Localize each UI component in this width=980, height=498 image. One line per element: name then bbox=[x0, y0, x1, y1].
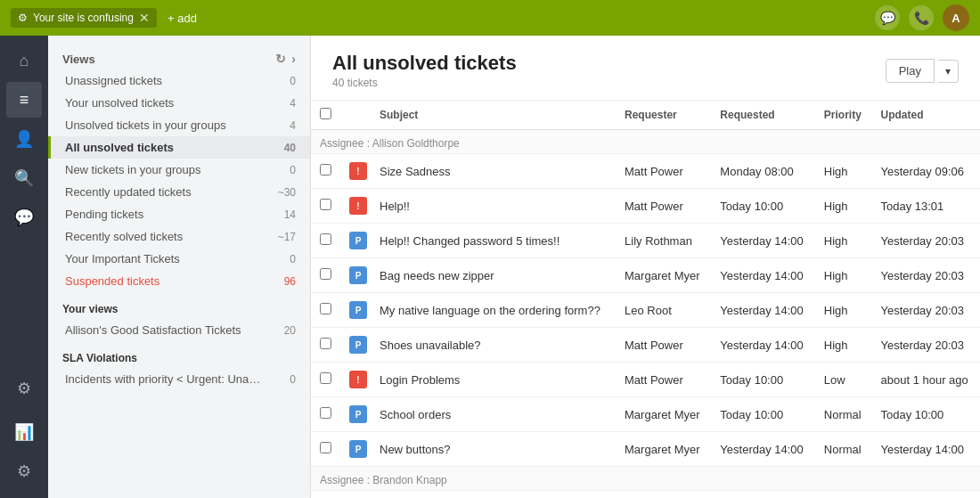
row-subject: Help!! Changed password 5 times!! bbox=[371, 224, 616, 258]
close-tag-button[interactable]: ✕ bbox=[139, 11, 150, 25]
nav-chat[interactable]: 💬 bbox=[6, 200, 42, 235]
table-row[interactable]: ! Help!! Matt Power Today 10:00 High Tod… bbox=[311, 189, 980, 224]
select-all-checkbox[interactable] bbox=[320, 108, 331, 119]
chat-icon[interactable]: 💬 bbox=[875, 5, 900, 30]
sidebar-item-1[interactable]: Your unsolved tickets 4 bbox=[48, 92, 310, 114]
table-row[interactable]: ! Login Problems Matt Power Today 10:00 … bbox=[311, 363, 980, 397]
tickets-tbody: Assignee : Allison Goldthorpe ! Size Sad… bbox=[311, 130, 980, 498]
row-requester: Matt Power bbox=[616, 328, 711, 363]
row-checkbox[interactable] bbox=[320, 233, 331, 245]
ticket-subject-link[interactable]: Login Problems bbox=[380, 373, 460, 387]
row-requester: Matt Power bbox=[616, 189, 711, 224]
table-row[interactable]: P School orders Margaret Myer Today 10:0… bbox=[311, 397, 980, 432]
priority-col-header: Priority bbox=[815, 101, 872, 130]
your-views-item-0[interactable]: Allison's Good Satisfaction Tickets 20 bbox=[48, 319, 310, 341]
sla-item-badge: 0 bbox=[278, 373, 296, 386]
table-row[interactable]: P Shoes unavailable? Matt Power Yesterda… bbox=[311, 328, 980, 363]
ticket-subject-link[interactable]: Bag needs new zipper bbox=[380, 269, 494, 282]
nav-analytics[interactable]: 📊 bbox=[6, 414, 42, 450]
nav-settings[interactable]: ⚙ bbox=[6, 375, 42, 411]
sidebar-item-badge: 0 bbox=[278, 253, 296, 265]
ticket-subject-link[interactable]: Help!! bbox=[380, 200, 410, 213]
sidebar-item-label: Recently updated tickets bbox=[65, 185, 278, 199]
play-dropdown-button[interactable]: ▾ bbox=[938, 60, 959, 83]
ticket-subject-link[interactable]: Help!! Changed password 5 times!! bbox=[380, 234, 559, 248]
row-priority: Urgent bbox=[815, 491, 872, 498]
avatar[interactable]: A bbox=[943, 4, 969, 31]
row-requester: Matt Power bbox=[616, 154, 711, 189]
row-icon-cell: ! bbox=[340, 189, 371, 224]
active-tag[interactable]: ⚙ Your site is confusing ✕ bbox=[11, 8, 157, 28]
header-actions: Play ▾ bbox=[886, 59, 959, 83]
row-requester: Margaret Myer bbox=[616, 258, 711, 293]
row-checkbox[interactable] bbox=[320, 407, 331, 419]
row-requested: Today 10:00 bbox=[711, 397, 815, 432]
gear-icon: ⚙ bbox=[18, 12, 28, 24]
row-updated: Yesterday 14:00 bbox=[872, 432, 981, 467]
nav-gear2[interactable]: ⚙ bbox=[6, 453, 42, 489]
row-checkbox-cell bbox=[311, 328, 340, 363]
row-priority: High bbox=[815, 189, 872, 224]
sidebar-item-label: Your unsolved tickets bbox=[65, 96, 278, 110]
sidebar-item-8[interactable]: Your Important Tickets 0 bbox=[48, 248, 310, 270]
row-priority: Normal bbox=[815, 432, 872, 467]
ticket-subject-link[interactable]: My native language on the ordering form?… bbox=[380, 304, 600, 317]
title-area: All unsolved tickets 40 tickets bbox=[332, 52, 517, 89]
table-row[interactable]: ! Size Sadness Matt Power Monday 08:00 H… bbox=[311, 154, 980, 189]
sidebar-item-5[interactable]: Recently updated tickets ~30 bbox=[48, 181, 310, 203]
ticket-type-icon: P bbox=[349, 336, 367, 354]
nav-search[interactable]: 🔍 bbox=[6, 160, 42, 196]
row-checkbox[interactable] bbox=[320, 303, 331, 314]
ticket-subject-link[interactable]: School orders bbox=[380, 408, 451, 421]
row-checkbox[interactable] bbox=[320, 268, 331, 280]
sidebar-item-7[interactable]: Recently solved tickets ~17 bbox=[48, 225, 310, 248]
row-checkbox[interactable] bbox=[320, 199, 331, 210]
nav-users[interactable]: 👤 bbox=[6, 121, 42, 157]
table-row[interactable]: P Bag needs new zipper Margaret Myer Yes… bbox=[311, 258, 980, 293]
add-button[interactable]: + add bbox=[167, 12, 197, 25]
top-bar-right: 💬 📞 A bbox=[875, 4, 969, 31]
sidebar-item-6[interactable]: Pending tickets 14 bbox=[48, 203, 310, 225]
table-row[interactable]: ! Telephone help? Margaret Myer Monday 0… bbox=[311, 491, 980, 498]
sla-item-0[interactable]: Incidents with priority < Urgent: Una… 0 bbox=[48, 368, 310, 390]
sidebar-item-3[interactable]: All unsolved tickets 40 bbox=[48, 136, 310, 159]
row-subject: New buttons? bbox=[371, 432, 616, 467]
assignee-row-1: Assignee : Brandon Knapp bbox=[311, 467, 980, 491]
your-views-item-badge: 20 bbox=[278, 324, 296, 337]
table-header-row: Subject Requester Requested Priority Upd… bbox=[311, 101, 980, 130]
ticket-type-icon: ! bbox=[349, 197, 367, 215]
subject-col-header: Subject bbox=[371, 101, 616, 130]
add-label: + add bbox=[167, 12, 197, 25]
row-subject: Telephone help? bbox=[371, 491, 616, 498]
sidebar-item-0[interactable]: Unassigned tickets 0 bbox=[48, 69, 310, 92]
phone-icon[interactable]: 📞 bbox=[909, 5, 934, 30]
sidebar-item-label: Unsolved tickets in your groups bbox=[65, 118, 278, 132]
row-checkbox[interactable] bbox=[320, 442, 331, 453]
table-row[interactable]: P Help!! Changed password 5 times!! Lily… bbox=[311, 224, 980, 258]
nav-home[interactable]: ⌂ bbox=[6, 43, 42, 78]
sidebar-item-9[interactable]: Suspended tickets 96 bbox=[48, 270, 310, 292]
ticket-type-icon: P bbox=[349, 301, 367, 319]
row-updated: Yesterday 20:03 bbox=[872, 258, 981, 293]
row-checkbox-cell bbox=[311, 397, 340, 432]
table-row[interactable]: P My native language on the ordering for… bbox=[311, 293, 980, 328]
refresh-icon[interactable]: ↻ bbox=[275, 52, 286, 66]
row-checkbox[interactable] bbox=[320, 164, 331, 176]
ticket-subject-link[interactable]: Shoes unavailable? bbox=[380, 339, 480, 352]
row-priority: Normal bbox=[815, 397, 872, 432]
ticket-subject-link[interactable]: Size Sadness bbox=[380, 165, 451, 178]
row-checkbox[interactable] bbox=[320, 372, 331, 384]
ticket-subject-link[interactable]: New buttons? bbox=[380, 443, 451, 456]
row-subject: Help!! bbox=[371, 189, 616, 224]
nav-tickets[interactable]: ≡ bbox=[6, 82, 42, 118]
assignee-label: Assignee : Brandon Knapp bbox=[311, 467, 980, 491]
table-row[interactable]: P New buttons? Margaret Myer Yesterday 1… bbox=[311, 432, 980, 467]
play-button[interactable]: Play bbox=[886, 59, 935, 83]
row-checkbox[interactable] bbox=[320, 338, 331, 349]
icon-nav: ⌂ ≡ 👤 🔍 💬 ⚙ 📊 ⚙ bbox=[0, 36, 48, 498]
updated-col-header: Updated bbox=[872, 101, 981, 130]
sidebar-item-2[interactable]: Unsolved tickets in your groups 4 bbox=[48, 114, 310, 136]
row-checkbox-cell bbox=[311, 154, 340, 189]
sidebar-item-4[interactable]: New tickets in your groups 0 bbox=[48, 159, 310, 181]
collapse-icon[interactable]: › bbox=[291, 52, 296, 66]
